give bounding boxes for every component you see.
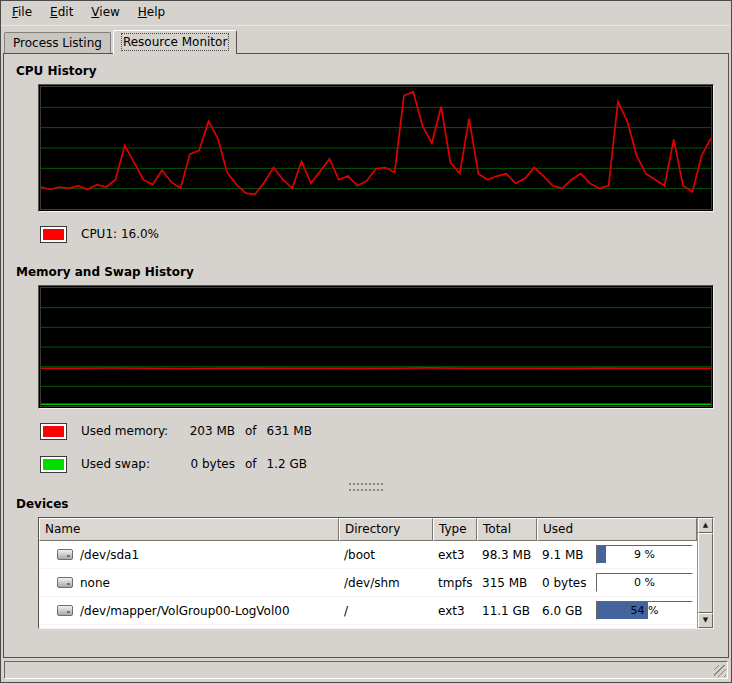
usage-progressbar: 9 % — [596, 545, 693, 564]
memory-history-graph-frame — [38, 285, 714, 409]
total-memory-value: 631 MB — [267, 424, 312, 438]
device-type: ext3 — [433, 548, 477, 562]
devices-table: Name Directory Type Total Used /dev/sda1… — [38, 517, 714, 629]
menu-help[interactable]: Help — [129, 1, 174, 25]
device-used-cell: 9.1 MB9 % — [537, 545, 697, 564]
notebook-tabs: Process Listing Resource Monitor — [1, 26, 731, 53]
device-used-value: 6.0 GB — [542, 604, 592, 618]
column-header-type[interactable]: Type — [433, 518, 477, 541]
menu-edit-label: Edit — [50, 5, 73, 19]
device-name-cell: none — [39, 576, 339, 590]
device-used-cell: 0 bytes0 % — [537, 573, 697, 592]
resource-monitor-panel: CPU History CPU1: 16.0% Memory and Swap … — [3, 53, 729, 658]
column-header-directory[interactable]: Directory — [339, 518, 433, 541]
used-swap-legend: Used swap: 0 bytes of 1.2 GB — [40, 453, 714, 475]
usage-percent-label: 0 % — [597, 574, 692, 591]
used-memory-of: of — [245, 424, 257, 438]
devices-table-header: Name Directory Type Total Used — [39, 518, 697, 541]
memory-history-graph — [41, 288, 711, 406]
resize-grip[interactable] — [714, 665, 726, 677]
disk-icon — [57, 577, 73, 588]
usage-progressbar: 0 % — [596, 573, 693, 592]
device-name-cell: /dev/sda1 — [39, 548, 339, 562]
devices-table-body: /dev/sda1/bootext398.3 MB9.1 MB9 %none/d… — [39, 541, 697, 628]
menu-file-label: File — [12, 5, 32, 19]
column-header-total[interactable]: Total — [477, 518, 537, 541]
device-total: 315 MB — [477, 576, 537, 590]
device-directory: /boot — [339, 548, 433, 562]
device-name-label: /dev/sda1 — [80, 548, 139, 562]
device-type: tmpfs — [433, 576, 477, 590]
scroll-up-button[interactable]: ▲ — [698, 518, 713, 533]
menu-help-label: Help — [138, 5, 165, 19]
memory-swap-history-title: Memory and Swap History — [16, 265, 716, 279]
menu-file[interactable]: File — [3, 1, 41, 25]
column-header-used[interactable]: Used — [537, 518, 697, 541]
device-used-value: 0 bytes — [542, 576, 592, 590]
cpu-history-title: CPU History — [16, 64, 716, 78]
status-bar — [4, 661, 728, 679]
scrollbar-thumb[interactable] — [698, 533, 713, 613]
cpu-history-graph-frame — [38, 84, 714, 212]
device-used-value: 9.1 MB — [542, 548, 592, 562]
menu-edit[interactable]: Edit — [41, 1, 82, 25]
scroll-down-button[interactable]: ▼ — [698, 613, 713, 628]
cpu-history-graph — [41, 87, 711, 209]
cpu1-color-swatch — [40, 226, 67, 243]
menu-view-label: View — [91, 5, 119, 19]
used-swap-color-swatch — [40, 456, 67, 473]
disk-icon — [57, 605, 73, 616]
device-directory: / — [339, 604, 433, 618]
used-memory-color-swatch — [40, 423, 67, 440]
devices-title: Devices — [16, 497, 716, 511]
column-header-name[interactable]: Name — [39, 518, 339, 541]
device-used-cell: 6.0 GB54 % — [537, 601, 697, 620]
tab-process-listing-label: Process Listing — [13, 36, 102, 50]
tab-process-listing[interactable]: Process Listing — [4, 32, 111, 53]
usage-percent-label: 9 % — [597, 546, 692, 563]
total-swap-value: 1.2 GB — [267, 457, 307, 471]
device-type: ext3 — [433, 604, 477, 618]
device-row[interactable]: /dev/sda1/bootext398.3 MB9.1 MB9 % — [39, 541, 697, 569]
used-memory-value: 203 MB — [177, 424, 235, 438]
tab-resource-monitor-label: Resource Monitor — [123, 35, 227, 49]
usage-progressbar: 54 % — [596, 601, 693, 620]
used-swap-value: 0 bytes — [177, 457, 235, 471]
device-name-cell: /dev/mapper/VolGroup00-LogVol00 — [39, 604, 339, 618]
menu-view[interactable]: View — [82, 1, 128, 25]
device-name-label: none — [80, 576, 110, 590]
device-total: 11.1 GB — [477, 604, 537, 618]
device-row[interactable]: /dev/mapper/VolGroup00-LogVol00/ext311.1… — [39, 597, 697, 625]
used-memory-label: Used memory: — [81, 424, 177, 438]
menu-bar: File Edit View Help — [1, 1, 731, 26]
device-row[interactable]: none/dev/shmtmpfs315 MB0 bytes0 % — [39, 569, 697, 597]
cpu1-legend-label: CPU1: 16.0% — [81, 227, 159, 241]
used-memory-legend: Used memory: 203 MB of 631 MB — [40, 420, 714, 442]
system-monitor-window: File Edit View Help Process Listing Reso… — [0, 0, 732, 683]
disk-icon — [57, 549, 73, 560]
tab-resource-monitor[interactable]: Resource Monitor — [113, 30, 237, 54]
devices-scrollbar[interactable]: ▲ ▼ — [697, 518, 713, 628]
device-total: 98.3 MB — [477, 548, 537, 562]
pane-resize-handle[interactable] — [349, 483, 383, 491]
usage-percent-label: 54 % — [597, 602, 692, 619]
cpu-legend: CPU1: 16.0% — [40, 223, 714, 245]
device-directory: /dev/shm — [339, 576, 433, 590]
device-name-label: /dev/mapper/VolGroup00-LogVol00 — [80, 604, 290, 618]
used-swap-of: of — [245, 457, 257, 471]
used-swap-label: Used swap: — [81, 457, 177, 471]
